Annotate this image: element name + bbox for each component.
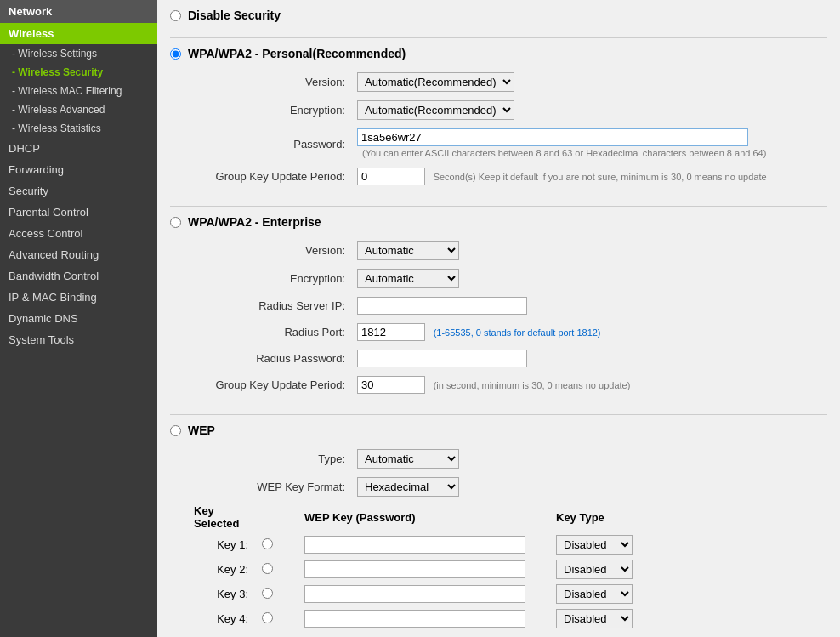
ent-version-label: Version: xyxy=(189,237,350,264)
key2-input[interactable] xyxy=(304,560,525,578)
sidebar-item-wireless-stats[interactable]: - Wireless Statistics xyxy=(0,119,157,138)
key1-input[interactable] xyxy=(304,536,525,554)
group-key-label-personal: Group Key Update Period: xyxy=(189,164,350,189)
sidebar-item-ip-mac[interactable]: IP & MAC Binding xyxy=(0,287,157,308)
key1-type-select[interactable]: Disabled64bit128bit152bit xyxy=(556,535,633,555)
group-key-hint-ent: (in second, minimum is 30, 0 means no up… xyxy=(434,380,631,390)
sidebar-item-wireless-advanced[interactable]: - Wireless Advanced xyxy=(0,100,157,119)
group-key-input-personal[interactable] xyxy=(357,168,425,185)
wep-format-label: WEP Key Format: xyxy=(189,474,350,500)
radius-ip-label: Radius Server IP: xyxy=(189,293,350,318)
radius-ip-input[interactable] xyxy=(357,297,527,315)
key4-radio[interactable] xyxy=(262,612,273,623)
key3-label: Key 3: xyxy=(187,582,255,606)
sidebar-item-system-tools[interactable]: System Tools xyxy=(0,329,157,350)
key3-type-select[interactable]: Disabled64bit128bit152bit xyxy=(556,584,633,604)
ent-encryption-label: Encryption: xyxy=(189,265,350,292)
wep-key-row-2: Key 2: Disabled64bit128bit152bit xyxy=(187,557,639,582)
version-label: Version: xyxy=(189,69,350,95)
key4-input[interactable] xyxy=(304,610,525,628)
key4-label: Key 4: xyxy=(187,606,255,631)
wep-key-row-1: Key 1: Disabled64bit128bit152bit xyxy=(187,532,639,557)
wep-key-row-4: Key 4: Disabled64bit128bit152bit xyxy=(187,606,639,631)
sidebar-item-wireless-settings[interactable]: - Wireless Settings xyxy=(0,44,157,63)
wpa-personal-label: WPA/WPA2 - Personal(Recommended) xyxy=(188,47,406,60)
disable-security-label: Disable Security xyxy=(188,9,281,22)
sidebar-item-wireless-security[interactable]: - Wireless Security xyxy=(0,63,157,82)
wep-type-label: Type: xyxy=(189,446,350,472)
version-select-personal[interactable]: Automatic(Recommended) WPA WPA2 xyxy=(357,72,514,92)
main-content: Disable Security WPA/WPA2 - Personal(Rec… xyxy=(157,0,840,637)
sidebar-item-parental[interactable]: Parental Control xyxy=(0,202,157,223)
encryption-select-personal[interactable]: Automatic(Recommended) TKIP AES xyxy=(357,100,514,120)
key2-type-select[interactable]: Disabled64bit128bit152bit xyxy=(556,560,633,579)
wpa-personal-section: WPA/WPA2 - Personal(Recommended) Version… xyxy=(170,47,827,191)
sidebar-item-dhcp[interactable]: DHCP xyxy=(0,138,157,159)
wpa-personal-radio[interactable] xyxy=(170,48,181,60)
wep-label: WEP xyxy=(188,424,215,437)
group-key-hint-personal: Second(s) Keep it default if you are not… xyxy=(434,172,767,182)
radius-port-input[interactable] xyxy=(357,323,425,341)
radius-port-hint: (1-65535, 0 stands for default port 1812… xyxy=(434,327,601,338)
sidebar-item-advanced-routing[interactable]: Advanced Routing xyxy=(0,244,157,265)
wpa-personal-form: Version: Automatic(Recommended) WPA WPA2… xyxy=(187,67,840,191)
wpa-enterprise-label: WPA/WPA2 - Enterprise xyxy=(188,215,321,229)
wep-type-select[interactable]: Automatic Open System Shared Key xyxy=(357,449,459,469)
sidebar-item-wireless[interactable]: Wireless xyxy=(0,23,157,44)
sidebar-item-bandwidth[interactable]: Bandwidth Control xyxy=(0,265,157,287)
group-key-input-ent[interactable] xyxy=(357,376,425,394)
wep-key-table: Key Selected WEP Key (Password) Key Type… xyxy=(187,502,639,631)
password-label: Password: xyxy=(189,125,350,162)
radius-pwd-input[interactable] xyxy=(357,350,527,367)
disable-security-section: Disable Security xyxy=(170,9,827,22)
key4-type-select[interactable]: Disabled64bit128bit152bit xyxy=(556,609,633,628)
key-type-header: Key Type xyxy=(549,502,639,532)
key3-radio[interactable] xyxy=(262,588,273,599)
sidebar-item-network[interactable]: Network xyxy=(0,0,157,23)
key1-radio[interactable] xyxy=(262,538,273,549)
group-key-label-ent: Group Key Update Period: xyxy=(189,373,350,397)
wpa-enterprise-section: WPA/WPA2 - Enterprise Version: Automatic… xyxy=(170,215,827,399)
radius-port-label: Radius Port: xyxy=(189,320,350,344)
wep-format-select[interactable]: Hexadecimal ASCII xyxy=(357,477,459,497)
key-password-header: WEP Key (Password) xyxy=(298,502,532,532)
encryption-select-enterprise[interactable]: Automatic TKIP AES xyxy=(357,269,459,288)
password-input[interactable] xyxy=(357,128,748,146)
version-select-enterprise[interactable]: Automatic WPA WPA2 xyxy=(357,241,459,260)
sidebar-item-ddns[interactable]: Dynamic DNS xyxy=(0,308,157,329)
sidebar-item-access[interactable]: Access Control xyxy=(0,223,157,244)
key-selected-header: Key Selected xyxy=(187,502,255,532)
wep-radio[interactable] xyxy=(170,425,181,436)
password-hint: (You can enter ASCII characters between … xyxy=(362,148,766,158)
key2-radio[interactable] xyxy=(262,563,273,574)
disable-security-radio[interactable] xyxy=(170,10,181,21)
radius-pwd-label: Radius Password: xyxy=(189,346,350,371)
sidebar-item-security[interactable]: Security xyxy=(0,180,157,202)
sidebar-item-forwarding[interactable]: Forwarding xyxy=(0,159,157,180)
wep-form: Type: Automatic Open System Shared Key W… xyxy=(187,444,840,502)
wpa-enterprise-radio[interactable] xyxy=(170,217,181,228)
wep-key-row-3: Key 3: Disabled64bit128bit152bit xyxy=(187,582,639,606)
key2-label: Key 2: xyxy=(187,557,255,582)
sidebar-item-wireless-mac[interactable]: - Wireless MAC Filtering xyxy=(0,82,157,100)
sidebar: Network Wireless - Wireless Settings - W… xyxy=(0,0,157,637)
encryption-label: Encryption: xyxy=(189,97,350,123)
key3-input[interactable] xyxy=(304,585,525,603)
wpa-enterprise-form: Version: Automatic WPA WPA2 Encryption: … xyxy=(187,236,840,399)
wep-section: WEP Type: Automatic Open System Shared K… xyxy=(170,424,827,631)
key1-label: Key 1: xyxy=(187,532,255,557)
